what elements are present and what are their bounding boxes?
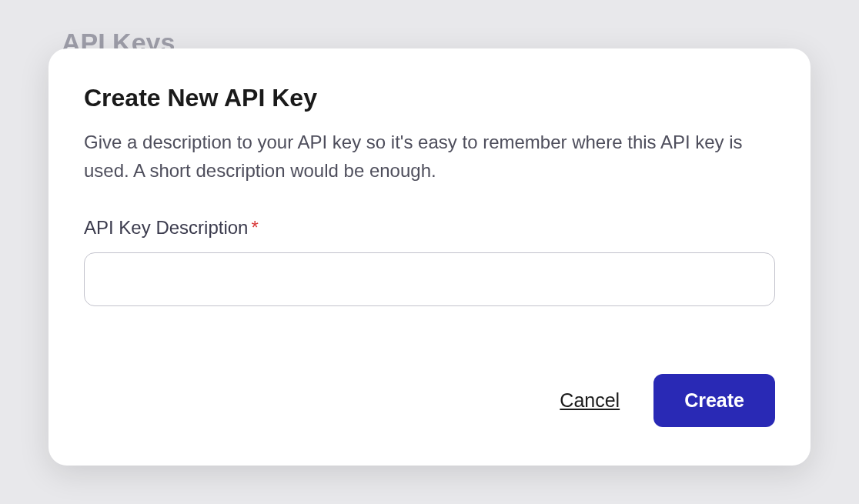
modal-title: Create New API Key (84, 84, 775, 112)
cancel-button[interactable]: Cancel (560, 389, 620, 412)
create-api-key-modal: Create New API Key Give a description to… (48, 48, 811, 466)
required-asterisk: * (251, 217, 258, 238)
field-label-text: API Key Description (84, 217, 248, 238)
api-key-description-input[interactable] (84, 252, 775, 306)
description-field-label: API Key Description* (84, 217, 775, 239)
modal-description: Give a description to your API key so it… (84, 128, 775, 185)
modal-actions: Cancel Create (84, 374, 775, 427)
create-button[interactable]: Create (653, 374, 775, 427)
